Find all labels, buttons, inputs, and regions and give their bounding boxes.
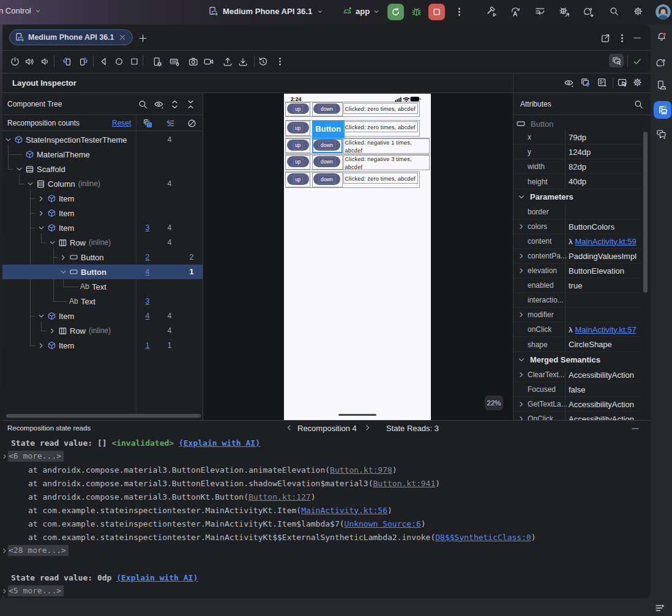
stack-frame-link[interactable]: D8$$SyntheticClass:0 xyxy=(435,533,531,542)
chevron-right-icon[interactable] xyxy=(517,266,526,276)
down-button[interactable]: down xyxy=(313,173,340,185)
device-settings-icon[interactable] xyxy=(152,56,163,67)
recomposition-count-link[interactable]: 3 xyxy=(141,294,154,309)
stack-frame-link[interactable]: Button.kt:127 xyxy=(248,492,311,501)
chevron-down-icon[interactable] xyxy=(36,220,46,235)
attribute-row-contentpa[interactable]: contentPa...PaddingValuesImpl xyxy=(513,249,642,263)
stack-frame-link[interactable]: Button.kt:941 xyxy=(373,479,436,488)
chevron-right-icon[interactable] xyxy=(36,338,46,353)
apply-changes-icon[interactable] xyxy=(510,6,521,18)
nav-home-icon[interactable] xyxy=(114,56,124,67)
tree-row-row[interactable]: Row(inline)4 xyxy=(2,235,203,250)
snapshot-reset-icon[interactable] xyxy=(258,56,269,67)
notifications-icon[interactable] xyxy=(656,32,667,43)
next-recomposition-icon[interactable] xyxy=(364,424,371,432)
collapsed-frames[interactable]: <5 more...> xyxy=(8,585,64,596)
search-icon[interactable] xyxy=(609,6,619,17)
attribute-row-shape[interactable]: shapeCircleShape xyxy=(513,337,642,352)
inspector-settings-icon[interactable] xyxy=(632,77,643,88)
view-options-icon[interactable] xyxy=(564,78,575,89)
chevron-right-icon[interactable] xyxy=(517,222,526,231)
chevron-right-icon[interactable] xyxy=(58,250,68,265)
attribute-row-focused[interactable]: Focusedfalse xyxy=(513,382,642,397)
attribute-row-cleartext[interactable]: ClearText...AccessibilityAction xyxy=(513,367,642,382)
nav-back-icon[interactable] xyxy=(99,56,109,67)
tree-row-item[interactable]: Item11 xyxy=(2,338,203,353)
tree-row-text[interactable]: AbText3 xyxy=(2,294,203,309)
chevron-right-icon[interactable] xyxy=(517,310,526,320)
tree-row-item[interactable]: Item xyxy=(2,206,203,220)
attribute-row-gettextla[interactable]: GetTextLa...AccessibilityAction xyxy=(513,397,642,411)
gradle-icon[interactable] xyxy=(655,57,668,70)
apply-code-changes-icon[interactable] xyxy=(534,6,546,18)
attribute-row-enabled[interactable]: enabledtrue xyxy=(513,278,642,293)
attribute-row-onclick[interactable]: onClickλMainActivity.kt:57 xyxy=(513,322,642,337)
collapsed-frames[interactable]: <6 more...> xyxy=(8,451,64,462)
chevron-right-icon[interactable] xyxy=(47,323,57,338)
attribute-row-height[interactable]: height40dp xyxy=(513,174,642,189)
new-tab-button[interactable] xyxy=(138,33,148,43)
event-log-icon[interactable] xyxy=(654,603,665,614)
attribute-row-elevation[interactable]: elevationButtonElevation xyxy=(513,263,642,278)
open-in-new-window-icon[interactable] xyxy=(600,33,610,43)
stack-frame-link[interactable]: Button.kt:978 xyxy=(330,465,392,475)
volume-up-icon[interactable] xyxy=(24,56,35,67)
up-button[interactable]: up xyxy=(287,140,309,151)
stack-frame-link[interactable]: MainActivity.kt:56 xyxy=(301,506,387,515)
tree-row-row[interactable]: Row(inline)4 xyxy=(2,323,203,338)
chevron-down-icon[interactable] xyxy=(58,265,68,279)
select-mode-icon[interactable] xyxy=(617,77,628,88)
more-actions-button[interactable] xyxy=(454,7,465,17)
vcs-widget[interactable]: n Control xyxy=(0,6,42,15)
export-snapshot-icon[interactable] xyxy=(580,77,591,88)
chevron-down-icon[interactable] xyxy=(3,132,13,147)
expand-frames-icon[interactable] xyxy=(2,588,7,594)
chevron-down-icon[interactable] xyxy=(36,309,46,323)
expand-frames-icon[interactable] xyxy=(2,548,7,554)
chevron-right-icon[interactable] xyxy=(517,399,526,409)
run-configuration-selector[interactable]: app xyxy=(342,6,380,17)
screenshot-icon[interactable] xyxy=(188,56,199,67)
screen-record-icon[interactable] xyxy=(203,56,214,67)
expand-all-icon[interactable] xyxy=(170,99,180,110)
chevron-right-icon[interactable] xyxy=(517,251,526,261)
device-screen[interactable]: 2:24 updownClicked: zero times, abcdefup… xyxy=(284,94,431,420)
attributes-scrollbar[interactable] xyxy=(643,132,648,293)
avatar[interactable] xyxy=(655,4,671,20)
attribute-row-interactio[interactable]: interactio... xyxy=(513,293,642,307)
search-icon[interactable] xyxy=(138,99,148,110)
debug-button[interactable] xyxy=(410,6,423,18)
more-vertical-icon[interactable] xyxy=(275,56,285,67)
down-button[interactable]: down xyxy=(313,140,340,151)
tree-horizontal-scrollbar[interactable] xyxy=(6,414,201,418)
expand-frames-icon[interactable] xyxy=(2,454,7,459)
explain-with-ai-link[interactable]: (Explain with AI) xyxy=(179,438,260,448)
collapse-all-icon[interactable] xyxy=(185,99,196,110)
recomposition-count-link[interactable]: 4 xyxy=(141,265,154,279)
rotate-right-icon[interactable] xyxy=(77,56,88,67)
search-icon[interactable] xyxy=(633,99,644,110)
download-icon[interactable] xyxy=(237,56,248,67)
chevron-down-icon[interactable] xyxy=(47,235,57,250)
up-button[interactable]: up xyxy=(287,103,309,114)
reset-counts-link[interactable]: Reset xyxy=(112,119,131,127)
attribute-value-link[interactable]: MainActivity.kt:57 xyxy=(575,325,637,334)
chevron-down-icon[interactable] xyxy=(25,176,35,191)
chevron-down-icon[interactable] xyxy=(517,355,526,365)
visibility-options-icon[interactable] xyxy=(154,99,165,110)
disable-highlight-icon[interactable] xyxy=(187,118,197,129)
up-button[interactable]: up xyxy=(287,122,309,133)
close-icon[interactable] xyxy=(118,33,127,42)
previous-recomposition-icon[interactable] xyxy=(285,424,293,432)
upload-icon[interactable] xyxy=(222,56,233,67)
tree-row-text[interactable]: AbText xyxy=(2,279,203,294)
recomposition-count-link[interactable]: 3 xyxy=(141,220,154,235)
attribute-row-content[interactable]: contentλMainActivity.kt:59 xyxy=(513,234,642,249)
tab-options-icon[interactable] xyxy=(617,33,627,43)
recomposition-count-link[interactable]: 4 xyxy=(141,309,154,323)
running-device-tab[interactable]: Medium Phone API 36.1 xyxy=(9,29,133,45)
rotate-left-icon[interactable] xyxy=(62,56,73,67)
attribute-row-x[interactable]: x79dp xyxy=(513,130,642,145)
tree-row-stateinspectiontestertheme[interactable]: StateInspectionTesterTheme4 xyxy=(2,132,203,147)
chevron-down-icon[interactable] xyxy=(517,192,526,202)
